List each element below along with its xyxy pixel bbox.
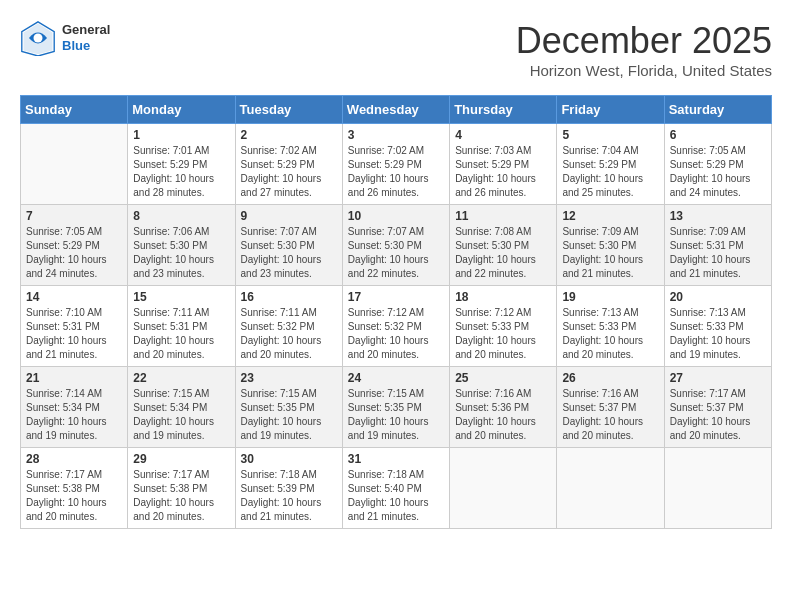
- day-info: Sunrise: 7:15 AM Sunset: 5:35 PM Dayligh…: [348, 387, 444, 443]
- calendar-table: SundayMondayTuesdayWednesdayThursdayFrid…: [20, 95, 772, 529]
- day-number: 25: [455, 371, 551, 385]
- day-info: Sunrise: 7:12 AM Sunset: 5:32 PM Dayligh…: [348, 306, 444, 362]
- calendar-cell: 22Sunrise: 7:15 AM Sunset: 5:34 PM Dayli…: [128, 367, 235, 448]
- day-number: 13: [670, 209, 766, 223]
- day-number: 30: [241, 452, 337, 466]
- day-number: 16: [241, 290, 337, 304]
- day-info: Sunrise: 7:15 AM Sunset: 5:34 PM Dayligh…: [133, 387, 229, 443]
- day-info: Sunrise: 7:01 AM Sunset: 5:29 PM Dayligh…: [133, 144, 229, 200]
- day-info: Sunrise: 7:06 AM Sunset: 5:30 PM Dayligh…: [133, 225, 229, 281]
- month-title: December 2025: [516, 20, 772, 62]
- svg-point-2: [34, 34, 43, 43]
- day-header-friday: Friday: [557, 96, 664, 124]
- calendar-cell: 14Sunrise: 7:10 AM Sunset: 5:31 PM Dayli…: [21, 286, 128, 367]
- calendar-week-row: 14Sunrise: 7:10 AM Sunset: 5:31 PM Dayli…: [21, 286, 772, 367]
- day-number: 6: [670, 128, 766, 142]
- day-header-thursday: Thursday: [450, 96, 557, 124]
- day-number: 15: [133, 290, 229, 304]
- day-info: Sunrise: 7:17 AM Sunset: 5:38 PM Dayligh…: [133, 468, 229, 524]
- calendar-week-row: 1Sunrise: 7:01 AM Sunset: 5:29 PM Daylig…: [21, 124, 772, 205]
- day-number: 1: [133, 128, 229, 142]
- calendar-cell: 12Sunrise: 7:09 AM Sunset: 5:30 PM Dayli…: [557, 205, 664, 286]
- day-info: Sunrise: 7:09 AM Sunset: 5:31 PM Dayligh…: [670, 225, 766, 281]
- calendar-cell: [21, 124, 128, 205]
- day-info: Sunrise: 7:17 AM Sunset: 5:38 PM Dayligh…: [26, 468, 122, 524]
- calendar-cell: 24Sunrise: 7:15 AM Sunset: 5:35 PM Dayli…: [342, 367, 449, 448]
- day-info: Sunrise: 7:13 AM Sunset: 5:33 PM Dayligh…: [670, 306, 766, 362]
- calendar-cell: 18Sunrise: 7:12 AM Sunset: 5:33 PM Dayli…: [450, 286, 557, 367]
- calendar-cell: 16Sunrise: 7:11 AM Sunset: 5:32 PM Dayli…: [235, 286, 342, 367]
- calendar-cell: 6Sunrise: 7:05 AM Sunset: 5:29 PM Daylig…: [664, 124, 771, 205]
- day-info: Sunrise: 7:18 AM Sunset: 5:39 PM Dayligh…: [241, 468, 337, 524]
- day-number: 22: [133, 371, 229, 385]
- day-number: 19: [562, 290, 658, 304]
- day-number: 9: [241, 209, 337, 223]
- day-number: 27: [670, 371, 766, 385]
- calendar-cell: 13Sunrise: 7:09 AM Sunset: 5:31 PM Dayli…: [664, 205, 771, 286]
- calendar-cell: 7Sunrise: 7:05 AM Sunset: 5:29 PM Daylig…: [21, 205, 128, 286]
- day-info: Sunrise: 7:13 AM Sunset: 5:33 PM Dayligh…: [562, 306, 658, 362]
- calendar-cell: 1Sunrise: 7:01 AM Sunset: 5:29 PM Daylig…: [128, 124, 235, 205]
- calendar-cell: 9Sunrise: 7:07 AM Sunset: 5:30 PM Daylig…: [235, 205, 342, 286]
- day-info: Sunrise: 7:10 AM Sunset: 5:31 PM Dayligh…: [26, 306, 122, 362]
- calendar-week-row: 7Sunrise: 7:05 AM Sunset: 5:29 PM Daylig…: [21, 205, 772, 286]
- calendar-cell: 17Sunrise: 7:12 AM Sunset: 5:32 PM Dayli…: [342, 286, 449, 367]
- day-number: 20: [670, 290, 766, 304]
- calendar-cell: 29Sunrise: 7:17 AM Sunset: 5:38 PM Dayli…: [128, 448, 235, 529]
- logo: General Blue: [20, 20, 110, 56]
- day-info: Sunrise: 7:04 AM Sunset: 5:29 PM Dayligh…: [562, 144, 658, 200]
- logo-blue-text: Blue: [62, 38, 110, 54]
- day-number: 3: [348, 128, 444, 142]
- day-info: Sunrise: 7:05 AM Sunset: 5:29 PM Dayligh…: [26, 225, 122, 281]
- calendar-cell: 30Sunrise: 7:18 AM Sunset: 5:39 PM Dayli…: [235, 448, 342, 529]
- page-header: General Blue December 2025 Horizon West,…: [20, 20, 772, 79]
- day-number: 24: [348, 371, 444, 385]
- calendar-cell: 20Sunrise: 7:13 AM Sunset: 5:33 PM Dayli…: [664, 286, 771, 367]
- day-number: 2: [241, 128, 337, 142]
- day-number: 18: [455, 290, 551, 304]
- day-number: 8: [133, 209, 229, 223]
- day-header-sunday: Sunday: [21, 96, 128, 124]
- day-number: 23: [241, 371, 337, 385]
- day-info: Sunrise: 7:18 AM Sunset: 5:40 PM Dayligh…: [348, 468, 444, 524]
- day-number: 21: [26, 371, 122, 385]
- day-number: 29: [133, 452, 229, 466]
- day-number: 26: [562, 371, 658, 385]
- day-header-wednesday: Wednesday: [342, 96, 449, 124]
- day-info: Sunrise: 7:11 AM Sunset: 5:32 PM Dayligh…: [241, 306, 337, 362]
- logo-text: General Blue: [62, 22, 110, 53]
- location-text: Horizon West, Florida, United States: [516, 62, 772, 79]
- day-info: Sunrise: 7:02 AM Sunset: 5:29 PM Dayligh…: [348, 144, 444, 200]
- calendar-cell: 15Sunrise: 7:11 AM Sunset: 5:31 PM Dayli…: [128, 286, 235, 367]
- day-info: Sunrise: 7:07 AM Sunset: 5:30 PM Dayligh…: [241, 225, 337, 281]
- calendar-cell: [450, 448, 557, 529]
- day-info: Sunrise: 7:15 AM Sunset: 5:35 PM Dayligh…: [241, 387, 337, 443]
- calendar-cell: 26Sunrise: 7:16 AM Sunset: 5:37 PM Dayli…: [557, 367, 664, 448]
- day-info: Sunrise: 7:12 AM Sunset: 5:33 PM Dayligh…: [455, 306, 551, 362]
- calendar-cell: 21Sunrise: 7:14 AM Sunset: 5:34 PM Dayli…: [21, 367, 128, 448]
- day-header-monday: Monday: [128, 96, 235, 124]
- day-info: Sunrise: 7:02 AM Sunset: 5:29 PM Dayligh…: [241, 144, 337, 200]
- day-info: Sunrise: 7:08 AM Sunset: 5:30 PM Dayligh…: [455, 225, 551, 281]
- day-info: Sunrise: 7:03 AM Sunset: 5:29 PM Dayligh…: [455, 144, 551, 200]
- day-info: Sunrise: 7:07 AM Sunset: 5:30 PM Dayligh…: [348, 225, 444, 281]
- day-number: 12: [562, 209, 658, 223]
- calendar-cell: 27Sunrise: 7:17 AM Sunset: 5:37 PM Dayli…: [664, 367, 771, 448]
- title-block: December 2025 Horizon West, Florida, Uni…: [516, 20, 772, 79]
- calendar-cell: 4Sunrise: 7:03 AM Sunset: 5:29 PM Daylig…: [450, 124, 557, 205]
- day-info: Sunrise: 7:16 AM Sunset: 5:36 PM Dayligh…: [455, 387, 551, 443]
- calendar-cell: 23Sunrise: 7:15 AM Sunset: 5:35 PM Dayli…: [235, 367, 342, 448]
- calendar-cell: 25Sunrise: 7:16 AM Sunset: 5:36 PM Dayli…: [450, 367, 557, 448]
- calendar-week-row: 28Sunrise: 7:17 AM Sunset: 5:38 PM Dayli…: [21, 448, 772, 529]
- day-number: 14: [26, 290, 122, 304]
- day-info: Sunrise: 7:11 AM Sunset: 5:31 PM Dayligh…: [133, 306, 229, 362]
- day-number: 17: [348, 290, 444, 304]
- logo-general-text: General: [62, 22, 110, 38]
- day-number: 28: [26, 452, 122, 466]
- day-number: 7: [26, 209, 122, 223]
- calendar-header-row: SundayMondayTuesdayWednesdayThursdayFrid…: [21, 96, 772, 124]
- day-header-tuesday: Tuesday: [235, 96, 342, 124]
- calendar-cell: [664, 448, 771, 529]
- calendar-cell: 28Sunrise: 7:17 AM Sunset: 5:38 PM Dayli…: [21, 448, 128, 529]
- calendar-cell: [557, 448, 664, 529]
